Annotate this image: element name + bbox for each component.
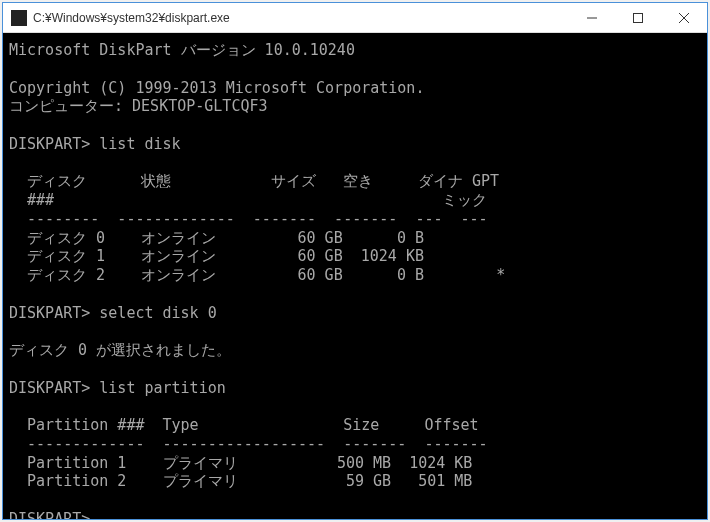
table-row: ディスク 1 [27,247,105,265]
command-select-disk: select disk 0 [99,304,216,322]
prompt: DISKPART> [9,304,90,322]
svg-rect-1 [634,13,643,22]
table-row: Partition 2 [27,472,126,490]
part-separator: ------------- ------------------ -------… [9,435,488,453]
col-type: Type [163,416,199,434]
command-list-disk: list disk [99,135,180,153]
prompt: DISKPART> [9,135,90,153]
table-row: Partition 1 [27,454,126,472]
col-size: サイズ [271,172,316,190]
col-dyn2: ミック [442,191,487,209]
col-part: Partition ### [27,416,144,434]
app-icon [11,10,27,26]
computer-name: DESKTOP-GLTCQF3 [132,97,267,115]
computer-label: コンピューター: [9,97,123,115]
prompt: DISKPART> [9,510,90,519]
msg-disk-selected: ディスク 0 が選択されました。 [9,341,231,359]
app-window: C:¥Windows¥system32¥diskpart.exe Microso… [2,2,708,520]
terminal-output[interactable]: Microsoft DiskPart バージョン 10.0.10240 Copy… [3,33,707,519]
titlebar[interactable]: C:¥Windows¥system32¥diskpart.exe [3,3,707,33]
table-row: ディスク 0 [27,229,105,247]
table-row: ディスク 2 [27,266,105,284]
command-list-partition: list partition [99,379,225,397]
col-free: 空き [343,172,373,190]
col-psize: Size [343,416,379,434]
close-button[interactable] [661,3,707,33]
prompt: DISKPART> [9,379,90,397]
maximize-button[interactable] [615,3,661,33]
col-status: 状態 [141,172,171,190]
disk-separator: -------- ------------- ------- ------- -… [9,210,488,228]
window-title: C:¥Windows¥system32¥diskpart.exe [33,11,569,25]
col-disk: ディスク [27,172,87,190]
copyright-line: Copyright (C) 1999-2013 Microsoft Corpor… [9,79,424,97]
col-dyn1: ダイナ [418,172,463,190]
col-hash: ### [27,191,54,209]
version-line: Microsoft DiskPart バージョン 10.0.10240 [9,41,355,59]
col-offset: Offset [424,416,478,434]
col-gpt: GPT [472,172,499,190]
minimize-button[interactable] [569,3,615,33]
